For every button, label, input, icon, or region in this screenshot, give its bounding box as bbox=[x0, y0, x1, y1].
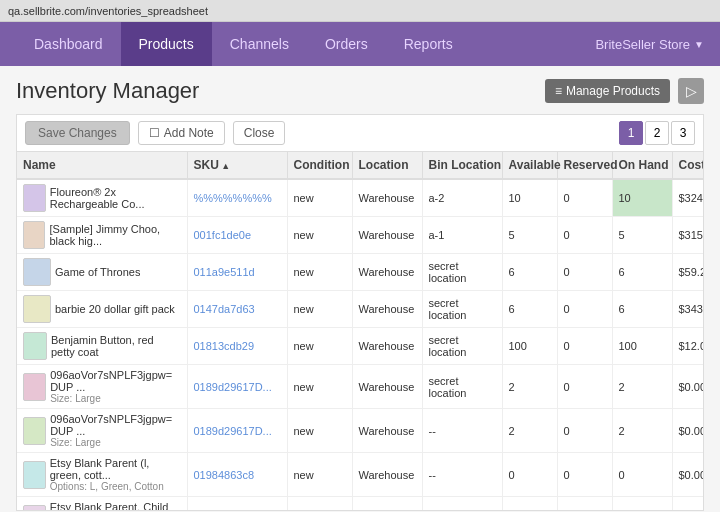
table-row: Game of Thrones011a9e511dnewWarehousesec… bbox=[17, 254, 704, 291]
product-name: [Sample] Jimmy Choo, black hig... bbox=[49, 223, 180, 247]
cell-available: 10 bbox=[502, 179, 557, 217]
cell-available: 0 bbox=[502, 497, 557, 512]
product-name: Etsy Blank Parent, Child Prices ... bbox=[50, 501, 181, 511]
cell-onhand[interactable]: 6 bbox=[612, 291, 672, 328]
cell-sku[interactable]: 01c4c79b11 bbox=[187, 497, 287, 512]
col-header-sku[interactable]: SKU bbox=[187, 152, 287, 179]
cell-sku[interactable]: 001fc1de0e bbox=[187, 217, 287, 254]
cell-bin-location: secret location bbox=[422, 328, 502, 365]
cell-reserved: 0 bbox=[557, 328, 612, 365]
col-header-bin: Bin Location bbox=[422, 152, 502, 179]
cell-bin-location: secret location bbox=[422, 254, 502, 291]
table-row: barbie 20 dollar gift pack0147da7d63newW… bbox=[17, 291, 704, 328]
cell-reserved: 0 bbox=[557, 179, 612, 217]
nav-channels[interactable]: Channels bbox=[212, 22, 307, 66]
cell-sku[interactable]: 01984863c8 bbox=[187, 453, 287, 497]
cell-onhand[interactable]: 100 bbox=[612, 328, 672, 365]
cell-location: Warehouse bbox=[352, 254, 422, 291]
table-row: Etsy Blank Parent (l, green, cott...Opti… bbox=[17, 453, 704, 497]
cell-name: 096aoVor7sNPLF3jgpw= DUP ...Size: Large bbox=[17, 409, 187, 453]
cell-location: Warehouse bbox=[352, 217, 422, 254]
page-3-button[interactable]: 3 bbox=[671, 121, 695, 145]
cell-condition: new bbox=[287, 217, 352, 254]
sku-link[interactable]: 0147da7d63 bbox=[194, 303, 255, 315]
cell-available: 6 bbox=[502, 291, 557, 328]
checkbox-icon: ☐ bbox=[149, 126, 160, 140]
nav-products[interactable]: Products bbox=[121, 22, 212, 66]
cell-sku[interactable]: 0189d29617D... bbox=[187, 409, 287, 453]
cell-bin-location: a-2 bbox=[422, 179, 502, 217]
col-header-condition: Condition bbox=[287, 152, 352, 179]
cell-condition: new bbox=[287, 291, 352, 328]
cell-cost: $0.00 bbox=[672, 365, 704, 409]
cell-bin-location: secret location bbox=[422, 365, 502, 409]
cell-location: Warehouse bbox=[352, 179, 422, 217]
add-note-button[interactable]: ☐ Add Note bbox=[138, 121, 225, 145]
cell-onhand[interactable]: 2 bbox=[612, 409, 672, 453]
nav-orders[interactable]: Orders bbox=[307, 22, 386, 66]
extra-action-button[interactable]: ▷ bbox=[678, 78, 704, 104]
cell-condition: new bbox=[287, 453, 352, 497]
cell-reserved: 0 bbox=[557, 254, 612, 291]
product-thumbnail bbox=[23, 221, 45, 249]
header-actions: ≡ Manage Products ▷ bbox=[545, 78, 704, 104]
cell-available: 100 bbox=[502, 328, 557, 365]
inventory-table-wrapper: Name SKU Condition Location Bin Location… bbox=[16, 151, 704, 511]
cell-bin-location: -- bbox=[422, 453, 502, 497]
product-thumbnail bbox=[23, 184, 46, 212]
product-sub: Options: L, Green, Cotton bbox=[50, 481, 181, 492]
nav-store[interactable]: BriteSeller Store ▼ bbox=[595, 37, 704, 52]
cell-location: Warehouse bbox=[352, 291, 422, 328]
cell-sku[interactable]: %%%%%%%% bbox=[187, 179, 287, 217]
table-row: Benjamin Button, red petty coat01813cdb2… bbox=[17, 328, 704, 365]
cell-sku[interactable]: 0189d29617D... bbox=[187, 365, 287, 409]
cell-sku[interactable]: 0147da7d63 bbox=[187, 291, 287, 328]
cell-reserved: 0 bbox=[557, 497, 612, 512]
product-thumbnail bbox=[23, 461, 46, 489]
product-sub: Size: Large bbox=[50, 393, 180, 404]
cell-onhand[interactable]: 0 bbox=[612, 497, 672, 512]
save-changes-button[interactable]: Save Changes bbox=[25, 121, 130, 145]
page-header: Inventory Manager ≡ Manage Products ▷ bbox=[16, 78, 704, 104]
sku-link[interactable]: 01984863c8 bbox=[194, 469, 255, 481]
cell-condition: new bbox=[287, 409, 352, 453]
cell-location: Warehouse bbox=[352, 497, 422, 512]
cell-name: [Sample] Jimmy Choo, black hig... bbox=[17, 217, 187, 254]
inventory-table: Name SKU Condition Location Bin Location… bbox=[17, 152, 704, 511]
sku-link[interactable]: 001fc1de0e bbox=[194, 229, 252, 241]
page-2-button[interactable]: 2 bbox=[645, 121, 669, 145]
nav-dashboard[interactable]: Dashboard bbox=[16, 22, 121, 66]
col-header-onhand: On Hand bbox=[612, 152, 672, 179]
sku-link[interactable]: %%%%%%%% bbox=[194, 192, 272, 204]
cell-name: Floureon® 2x Rechargeable Co... bbox=[17, 179, 187, 217]
product-thumbnail bbox=[23, 417, 46, 445]
close-button[interactable]: Close bbox=[233, 121, 286, 145]
cell-location: Warehouse bbox=[352, 409, 422, 453]
cell-available: 2 bbox=[502, 365, 557, 409]
nav-reports[interactable]: Reports bbox=[386, 22, 471, 66]
sku-link[interactable]: 0189d29617D... bbox=[194, 425, 272, 437]
sku-link[interactable]: 01813cdb29 bbox=[194, 340, 255, 352]
page-1-button[interactable]: 1 bbox=[619, 121, 643, 145]
sku-link[interactable]: 011a9e511d bbox=[194, 266, 255, 278]
toolbar: Save Changes ☐ Add Note Close 1 2 3 bbox=[16, 114, 704, 151]
product-thumbnail bbox=[23, 332, 47, 360]
table-row: 096aoVor7sNPLF3jgpw= DUP ...Size: Large0… bbox=[17, 409, 704, 453]
product-thumbnail bbox=[23, 258, 51, 286]
cell-onhand[interactable]: 2 bbox=[612, 365, 672, 409]
manage-products-button[interactable]: ≡ Manage Products bbox=[545, 79, 670, 103]
page-content: Inventory Manager ≡ Manage Products ▷ Sa… bbox=[0, 66, 720, 512]
nav-bar: Dashboard Products Channels Orders Repor… bbox=[0, 22, 720, 66]
cell-reserved: 0 bbox=[557, 365, 612, 409]
sku-link[interactable]: 0189d29617D... bbox=[194, 381, 272, 393]
cell-reserved: 0 bbox=[557, 453, 612, 497]
cell-onhand[interactable]: 10 bbox=[612, 179, 672, 217]
cell-onhand[interactable]: 6 bbox=[612, 254, 672, 291]
cell-sku[interactable]: 011a9e511d bbox=[187, 254, 287, 291]
cell-onhand[interactable]: 0 bbox=[612, 453, 672, 497]
table-header-row: Name SKU Condition Location Bin Location… bbox=[17, 152, 704, 179]
cell-name: Benjamin Button, red petty coat bbox=[17, 328, 187, 365]
cell-onhand[interactable]: 5 bbox=[612, 217, 672, 254]
cell-sku[interactable]: 01813cdb29 bbox=[187, 328, 287, 365]
cell-condition: new bbox=[287, 328, 352, 365]
